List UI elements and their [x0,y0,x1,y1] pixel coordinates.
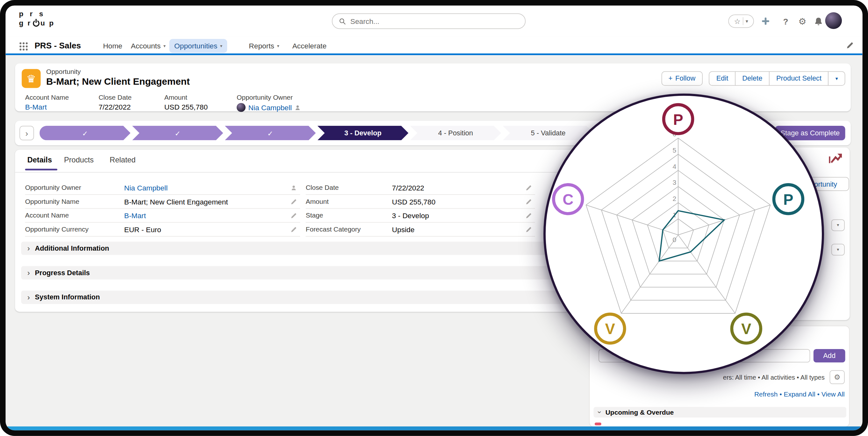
analytics-icon[interactable] [829,152,843,164]
help-button[interactable]: ? [778,14,793,28]
highlight-opportunity-owner: Opportunity Owner Nia Campbell [237,94,301,112]
highlight-close-date: Close Date 7/22/2022 [98,94,131,112]
edit-button[interactable]: Edit [709,71,736,86]
expand-all-link[interactable]: Expand All [783,390,815,398]
change-owner-icon[interactable] [290,184,297,190]
favorites-caret-icon[interactable]: ▾ [746,19,748,24]
caret-down-icon: ▾ [837,223,839,228]
caret-down-icon: ▾ [277,43,279,49]
app-launcher-icon[interactable] [19,42,28,51]
app-navigation-bar: PRS - Sales Home Accounts ▾ Opportunitie… [5,37,862,55]
edit-field-icon[interactable] [526,198,532,205]
divider [15,172,580,173]
field-opportunity-currency: Opportunity Currency EUR - Euro [25,223,300,237]
follow-button[interactable]: + Follow [661,71,703,86]
notifications-button[interactable] [811,14,826,28]
crown-icon: ♛ [26,72,36,85]
chevron-right-icon: › [27,244,30,253]
plus-icon: + [669,74,673,82]
svg-text:V: V [741,320,751,337]
svg-text:4: 4 [673,163,677,170]
section-system-information[interactable]: › System Information [21,290,574,304]
setup-button[interactable]: ⚙ [795,14,809,28]
gear-icon: ⚙ [834,373,840,381]
global-search[interactable] [332,13,526,29]
account-link[interactable]: B-Mart [124,211,146,219]
favorites-button[interactable]: ☆ ▾ [728,14,754,28]
search-input[interactable] [350,17,519,25]
section-progress-details[interactable]: › Progress Details [21,266,574,280]
svg-text:P: P [783,191,793,208]
owner-avatar [237,103,246,112]
field-account-name: Account Name B-Mart [25,209,300,223]
scale-wrapper: p r s g r u p ☆ ▾ ? [0,0,868,436]
section-upcoming-overdue[interactable]: › Upcoming & Overdue [593,407,846,417]
section-additional-information[interactable]: › Additional Information [21,242,574,255]
related-list-menu-button[interactable]: ▾ [831,244,845,256]
check-icon: ✓ [175,129,181,137]
refresh-link[interactable]: Refresh [754,390,778,398]
nav-tab-home[interactable]: Home [98,39,127,53]
edit-navigation-icon[interactable] [846,42,854,49]
entity-label: Opportunity [46,68,81,75]
nav-tab-accounts[interactable]: Accounts ▾ [126,39,171,53]
activity-filters-text: ers: All time • All activities • All typ… [610,374,825,381]
view-all-link[interactable]: View All [822,390,845,398]
delete-button[interactable]: Delete [735,71,770,86]
edit-field-icon[interactable] [290,212,297,218]
path-scroll-left-button[interactable]: › [20,126,34,140]
edit-field-icon[interactable] [526,212,532,218]
path-stage-3-complete[interactable]: ✓ [225,126,316,140]
tab-related[interactable]: Related [110,156,135,164]
chevron-down-icon: › [596,411,604,414]
svg-text:5: 5 [673,147,677,154]
owner-link[interactable]: Nia Campbell [124,183,167,192]
nav-tab-opportunities[interactable]: Opportunities ▾ [169,39,227,53]
app-name: PRS - Sales [34,41,81,50]
svg-text:3: 3 [673,179,677,186]
edit-field-icon[interactable] [526,184,532,190]
more-actions-button[interactable]: ▾ [828,71,845,86]
field-amount: Amount USD 255,780 [306,195,535,209]
chevron-right-icon: › [27,269,30,277]
change-owner-icon[interactable] [294,104,301,111]
path-stage-2-complete[interactable]: ✓ [132,126,223,140]
field-opportunity-owner: Opportunity Owner Nia Campbell [25,181,300,195]
screen-frame: p r s g r u p ☆ ▾ ? [0,0,868,436]
user-avatar[interactable] [825,12,842,29]
owner-link[interactable]: Nia Campbell [248,103,292,112]
magnifier-overlay: 0123456PPVVC [544,94,824,374]
svg-text:2: 2 [673,195,677,202]
related-list-menu-button[interactable]: ▾ [831,219,845,231]
nav-tab-reports[interactable]: Reports ▾ [244,39,284,53]
edit-field-icon[interactable] [290,198,297,205]
field-forecast-category: Forecast Category Upside [306,223,535,237]
tab-products[interactable]: Products [64,156,94,164]
logo-line1: p r s [19,9,55,18]
field-opportunity-name: Opportunity Name B-Mart; New Client Enga… [25,195,300,209]
star-icon[interactable]: ☆ [734,18,741,25]
path-stage-develop-current[interactable]: 3 - Develop [317,126,409,140]
record-detail-panel: Details Products Related Opportunity Own… [15,150,580,312]
caret-down-icon: ▾ [163,43,166,49]
activity-settings-button[interactable]: ⚙ [830,370,845,384]
account-link[interactable]: B-Mart [25,103,47,111]
chevron-right-icon: › [27,293,30,302]
path-stage-1-complete[interactable]: ✓ [39,126,131,140]
path-stage-position[interactable]: 4 - Position [410,126,501,140]
highlight-account-name: Account Name B-Mart [25,94,69,112]
bell-icon [814,17,823,26]
overdue-item-indicator [595,423,601,426]
ppvvc-radar-chart: 0123456PPVVC [546,96,822,372]
caret-down-icon: ▾ [837,247,839,252]
divider [743,17,743,25]
tab-details[interactable]: Details [27,156,52,164]
product-select-button[interactable]: Product Select [769,71,829,86]
nav-tab-accelerate[interactable]: Accelerate [287,39,332,53]
check-icon: ✓ [82,129,88,137]
edit-field-icon[interactable] [290,226,297,232]
global-actions-button[interactable] [758,14,773,28]
edit-field-icon[interactable] [526,226,532,232]
opportunity-entity-icon: ♛ [22,69,40,88]
highlight-amount: Amount USD 255,780 [164,94,208,112]
